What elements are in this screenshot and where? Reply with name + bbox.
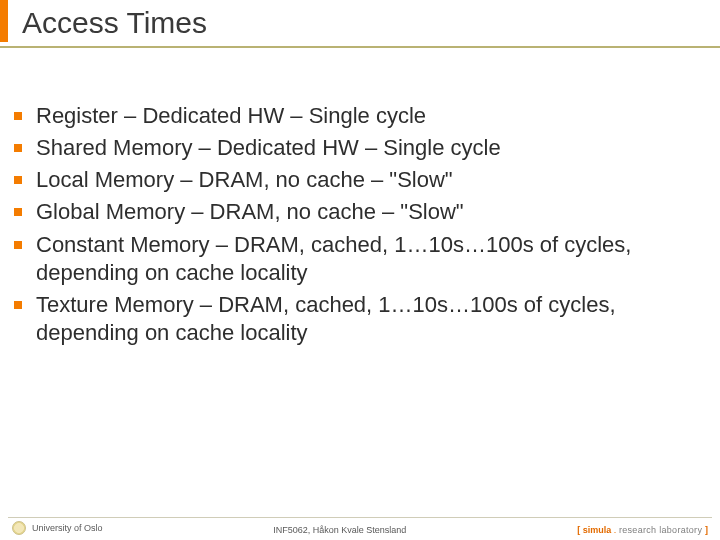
- bullet-text: Global Memory – DRAM, no cache – "Slow": [36, 198, 464, 226]
- list-item: Local Memory – DRAM, no cache – "Slow": [14, 166, 690, 194]
- list-item: Texture Memory – DRAM, cached, 1…10s…100…: [14, 291, 690, 347]
- bullet-icon: [14, 112, 22, 120]
- brand-main: simula: [580, 525, 614, 535]
- bullet-icon: [14, 301, 22, 309]
- brand-rest: research laboratory: [616, 525, 705, 535]
- footer-center-text: INF5062, Håkon Kvale Stensland: [273, 525, 406, 535]
- bullet-text: Constant Memory – DRAM, cached, 1…10s…10…: [36, 231, 690, 287]
- title-accent-bar: [0, 0, 8, 42]
- slide: Access Times Register – Dedicated HW – S…: [0, 0, 720, 540]
- title-wrap: Access Times: [0, 0, 720, 40]
- bullet-icon: [14, 144, 22, 152]
- footer-brand: [ simula . research laboratory ]: [577, 525, 708, 535]
- bullet-text: Local Memory – DRAM, no cache – "Slow": [36, 166, 453, 194]
- bullet-icon: [14, 176, 22, 184]
- footer-divider: [8, 517, 712, 518]
- bullet-text: Shared Memory – Dedicated HW – Single cy…: [36, 134, 501, 162]
- list-item: Global Memory – DRAM, no cache – "Slow": [14, 198, 690, 226]
- list-item: Constant Memory – DRAM, cached, 1…10s…10…: [14, 231, 690, 287]
- list-item: Register – Dedicated HW – Single cycle: [14, 102, 690, 130]
- title-underline: [0, 46, 720, 48]
- slide-title: Access Times: [22, 6, 720, 40]
- brand-close: ]: [705, 525, 708, 535]
- footer-left: University of Oslo: [12, 521, 103, 535]
- bullet-list: Register – Dedicated HW – Single cycle S…: [14, 102, 690, 351]
- bullet-text: Texture Memory – DRAM, cached, 1…10s…100…: [36, 291, 690, 347]
- bullet-icon: [14, 241, 22, 249]
- list-item: Shared Memory – Dedicated HW – Single cy…: [14, 134, 690, 162]
- bullet-icon: [14, 208, 22, 216]
- bullet-text: Register – Dedicated HW – Single cycle: [36, 102, 426, 130]
- footer-left-text: University of Oslo: [32, 523, 103, 533]
- footer: University of Oslo INF5062, Håkon Kvale …: [0, 521, 720, 535]
- university-seal-icon: [12, 521, 26, 535]
